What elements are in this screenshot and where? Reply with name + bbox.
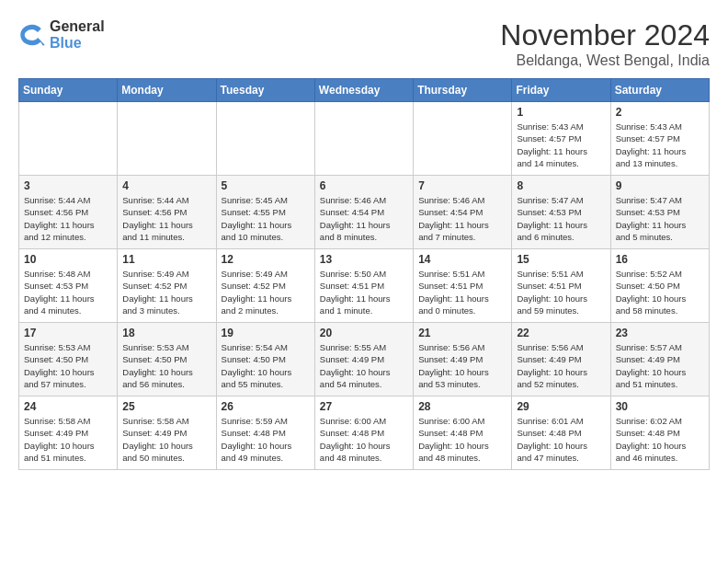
day-cell: 21Sunrise: 5:56 AM Sunset: 4:49 PM Dayli… bbox=[414, 323, 512, 396]
day-cell: 9Sunrise: 5:47 AM Sunset: 4:53 PM Daylig… bbox=[610, 176, 709, 249]
day-cell: 22Sunrise: 5:56 AM Sunset: 4:49 PM Dayli… bbox=[512, 323, 610, 396]
day-number: 17 bbox=[24, 327, 112, 339]
day-number: 30 bbox=[616, 400, 704, 413]
title-section: November 2024 Beldanga, West Bengal, Ind… bbox=[500, 18, 710, 69]
day-cell: 30Sunrise: 6:02 AM Sunset: 4:48 PM Dayli… bbox=[610, 396, 709, 470]
day-number: 10 bbox=[24, 253, 112, 266]
day-cell: 14Sunrise: 5:51 AM Sunset: 4:51 PM Dayli… bbox=[414, 249, 512, 323]
day-info: Sunrise: 5:44 AM Sunset: 4:56 PM Dayligh… bbox=[122, 194, 210, 243]
day-info: Sunrise: 5:44 AM Sunset: 4:56 PM Dayligh… bbox=[24, 194, 112, 243]
day-number: 19 bbox=[222, 327, 310, 339]
day-cell: 2Sunrise: 5:43 AM Sunset: 4:57 PM Daylig… bbox=[610, 102, 709, 176]
day-info: Sunrise: 5:59 AM Sunset: 4:48 PM Dayligh… bbox=[222, 415, 310, 464]
day-info: Sunrise: 5:57 AM Sunset: 4:49 PM Dayligh… bbox=[616, 341, 704, 390]
day-number: 1 bbox=[517, 106, 605, 119]
day-number: 25 bbox=[122, 400, 210, 413]
day-number: 26 bbox=[222, 400, 310, 413]
month-title: November 2024 bbox=[500, 18, 710, 52]
day-cell: 17Sunrise: 5:53 AM Sunset: 4:50 PM Dayli… bbox=[19, 323, 118, 396]
day-number: 14 bbox=[418, 253, 506, 266]
weekday-header-friday: Friday bbox=[512, 79, 610, 102]
weekday-header-tuesday: Tuesday bbox=[216, 79, 314, 102]
day-cell: 5Sunrise: 5:45 AM Sunset: 4:55 PM Daylig… bbox=[216, 176, 314, 249]
day-number: 12 bbox=[222, 253, 310, 266]
day-info: Sunrise: 5:49 AM Sunset: 4:52 PM Dayligh… bbox=[222, 268, 310, 316]
logo-general-text: General bbox=[50, 18, 105, 35]
day-info: Sunrise: 5:50 AM Sunset: 4:51 PM Dayligh… bbox=[320, 268, 408, 316]
day-info: Sunrise: 5:52 AM Sunset: 4:50 PM Dayligh… bbox=[616, 268, 704, 316]
day-info: Sunrise: 5:55 AM Sunset: 4:49 PM Dayligh… bbox=[320, 341, 408, 390]
day-number: 20 bbox=[320, 327, 408, 339]
day-number: 13 bbox=[320, 253, 408, 266]
day-cell: 10Sunrise: 5:48 AM Sunset: 4:53 PM Dayli… bbox=[19, 249, 118, 323]
day-cell: 4Sunrise: 5:44 AM Sunset: 4:56 PM Daylig… bbox=[118, 176, 216, 249]
day-number: 2 bbox=[616, 106, 704, 119]
week-row-3: 10Sunrise: 5:48 AM Sunset: 4:53 PM Dayli… bbox=[19, 249, 710, 323]
day-info: Sunrise: 5:56 AM Sunset: 4:49 PM Dayligh… bbox=[418, 341, 506, 390]
day-cell: 15Sunrise: 5:51 AM Sunset: 4:51 PM Dayli… bbox=[512, 249, 610, 323]
weekday-header-monday: Monday bbox=[118, 79, 216, 102]
day-number: 9 bbox=[616, 179, 704, 192]
day-info: Sunrise: 5:51 AM Sunset: 4:51 PM Dayligh… bbox=[418, 268, 506, 316]
day-cell: 25Sunrise: 5:58 AM Sunset: 4:49 PM Dayli… bbox=[118, 396, 216, 470]
day-cell bbox=[216, 102, 314, 176]
day-cell bbox=[414, 102, 512, 176]
day-info: Sunrise: 5:53 AM Sunset: 4:50 PM Dayligh… bbox=[24, 341, 112, 390]
day-number: 24 bbox=[24, 400, 112, 413]
logo: General Blue bbox=[18, 18, 105, 51]
day-number: 22 bbox=[517, 327, 605, 339]
day-info: Sunrise: 5:47 AM Sunset: 4:53 PM Dayligh… bbox=[616, 194, 704, 243]
day-cell: 13Sunrise: 5:50 AM Sunset: 4:51 PM Dayli… bbox=[314, 249, 413, 323]
day-cell bbox=[314, 102, 413, 176]
day-cell: 6Sunrise: 5:46 AM Sunset: 4:54 PM Daylig… bbox=[314, 176, 413, 249]
day-info: Sunrise: 6:00 AM Sunset: 4:48 PM Dayligh… bbox=[418, 415, 506, 464]
day-number: 15 bbox=[517, 253, 605, 266]
day-info: Sunrise: 5:51 AM Sunset: 4:51 PM Dayligh… bbox=[517, 268, 605, 316]
day-number: 8 bbox=[517, 179, 605, 192]
day-cell: 7Sunrise: 5:46 AM Sunset: 4:54 PM Daylig… bbox=[414, 176, 512, 249]
day-number: 6 bbox=[320, 179, 408, 192]
day-info: Sunrise: 5:43 AM Sunset: 4:57 PM Dayligh… bbox=[517, 121, 605, 169]
day-cell: 1Sunrise: 5:43 AM Sunset: 4:57 PM Daylig… bbox=[512, 102, 610, 176]
location-title: Beldanga, West Bengal, India bbox=[500, 52, 710, 69]
day-info: Sunrise: 5:43 AM Sunset: 4:57 PM Dayligh… bbox=[616, 121, 704, 169]
logo-blue-text: Blue bbox=[50, 35, 105, 52]
day-cell: 16Sunrise: 5:52 AM Sunset: 4:50 PM Dayli… bbox=[610, 249, 709, 323]
day-number: 3 bbox=[24, 179, 112, 192]
day-number: 16 bbox=[616, 253, 704, 266]
day-number: 7 bbox=[418, 179, 506, 192]
day-cell bbox=[118, 102, 216, 176]
day-number: 5 bbox=[222, 179, 310, 192]
day-cell: 20Sunrise: 5:55 AM Sunset: 4:49 PM Dayli… bbox=[314, 323, 413, 396]
day-info: Sunrise: 5:46 AM Sunset: 4:54 PM Dayligh… bbox=[320, 194, 408, 243]
logo-icon bbox=[18, 21, 46, 49]
day-cell: 11Sunrise: 5:49 AM Sunset: 4:52 PM Dayli… bbox=[118, 249, 216, 323]
day-info: Sunrise: 5:45 AM Sunset: 4:55 PM Dayligh… bbox=[222, 194, 310, 243]
day-number: 27 bbox=[320, 400, 408, 413]
week-row-1: 1Sunrise: 5:43 AM Sunset: 4:57 PM Daylig… bbox=[19, 102, 710, 176]
day-cell: 19Sunrise: 5:54 AM Sunset: 4:50 PM Dayli… bbox=[216, 323, 314, 396]
day-info: Sunrise: 5:54 AM Sunset: 4:50 PM Dayligh… bbox=[222, 341, 310, 390]
weekday-header-sunday: Sunday bbox=[19, 79, 118, 102]
week-row-4: 17Sunrise: 5:53 AM Sunset: 4:50 PM Dayli… bbox=[19, 323, 710, 396]
day-info: Sunrise: 5:49 AM Sunset: 4:52 PM Dayligh… bbox=[122, 268, 210, 316]
day-info: Sunrise: 5:48 AM Sunset: 4:53 PM Dayligh… bbox=[24, 268, 112, 316]
day-number: 28 bbox=[418, 400, 506, 413]
weekday-header-thursday: Thursday bbox=[414, 79, 512, 102]
day-cell: 24Sunrise: 5:58 AM Sunset: 4:49 PM Dayli… bbox=[19, 396, 118, 470]
day-info: Sunrise: 5:53 AM Sunset: 4:50 PM Dayligh… bbox=[122, 341, 210, 390]
day-cell: 3Sunrise: 5:44 AM Sunset: 4:56 PM Daylig… bbox=[19, 176, 118, 249]
day-cell: 8Sunrise: 5:47 AM Sunset: 4:53 PM Daylig… bbox=[512, 176, 610, 249]
day-cell: 29Sunrise: 6:01 AM Sunset: 4:48 PM Dayli… bbox=[512, 396, 610, 470]
day-cell: 18Sunrise: 5:53 AM Sunset: 4:50 PM Dayli… bbox=[118, 323, 216, 396]
day-info: Sunrise: 5:58 AM Sunset: 4:49 PM Dayligh… bbox=[24, 415, 112, 464]
day-cell: 12Sunrise: 5:49 AM Sunset: 4:52 PM Dayli… bbox=[216, 249, 314, 323]
day-number: 29 bbox=[517, 400, 605, 413]
header: General Blue November 2024 Beldanga, Wes… bbox=[18, 18, 710, 69]
day-number: 4 bbox=[122, 179, 210, 192]
day-cell: 27Sunrise: 6:00 AM Sunset: 4:48 PM Dayli… bbox=[314, 396, 413, 470]
day-number: 11 bbox=[122, 253, 210, 266]
weekday-header-saturday: Saturday bbox=[610, 79, 709, 102]
day-number: 21 bbox=[418, 327, 506, 339]
week-row-2: 3Sunrise: 5:44 AM Sunset: 4:56 PM Daylig… bbox=[19, 176, 710, 249]
